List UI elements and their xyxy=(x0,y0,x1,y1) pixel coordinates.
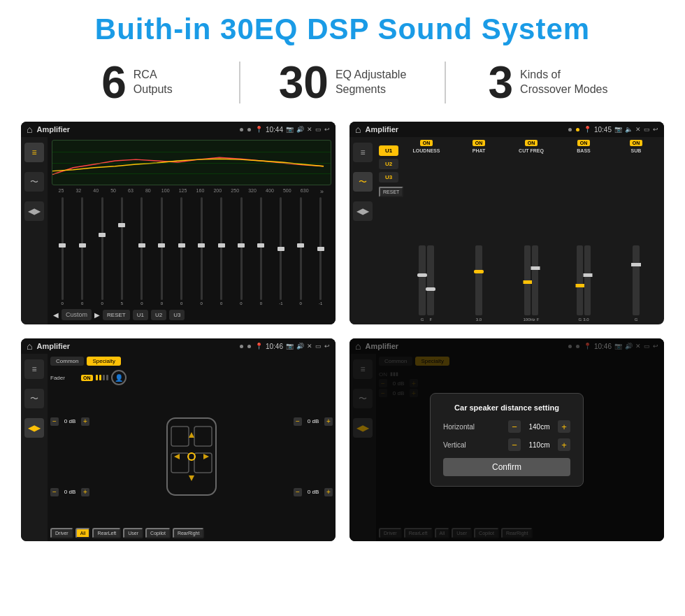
dialog-screen-content: ≡ 〜 ◀▶ Common Specialty ON▮▮▮ −0 dB+ xyxy=(349,354,664,541)
x-icon-fader: ✕ xyxy=(307,343,312,350)
prev-arrow[interactable]: ◀ xyxy=(53,311,59,319)
svg-rect-4 xyxy=(194,453,212,473)
tab-common[interactable]: Common xyxy=(50,357,84,366)
amp-side-btn-1[interactable]: ≡ xyxy=(353,143,373,162)
camera-icon: 📷 xyxy=(286,126,294,133)
fader-bar-2 xyxy=(99,375,101,380)
amp-side-btn-2[interactable]: 〜 xyxy=(353,172,373,192)
custom-label[interactable]: Custom xyxy=(62,309,92,320)
freq-630: 630 xyxy=(296,188,312,195)
eq-time: 10:44 xyxy=(266,126,283,134)
eq-slider-8[interactable]: 0 xyxy=(212,197,230,306)
stat-divider-1 xyxy=(239,62,240,103)
eq-slider-3[interactable]: 5 xyxy=(113,197,131,306)
u1-btn[interactable]: U1 xyxy=(133,310,148,320)
person-icon: 👤 xyxy=(111,370,127,385)
btn-user[interactable]: User xyxy=(123,528,143,538)
u2-btn[interactable]: U2 xyxy=(151,310,166,320)
back-icon-fader[interactable]: ↩ xyxy=(324,343,330,350)
spk-br-plus[interactable]: + xyxy=(324,488,333,496)
amp-channels: ON LOUDNESS G F xyxy=(401,140,661,322)
home-icon[interactable]: ⌂ xyxy=(27,124,32,135)
fader-bar-3 xyxy=(103,375,105,380)
eq-slider-12[interactable]: 0 xyxy=(291,197,310,306)
pin-icon: 📍 xyxy=(255,126,263,133)
horizontal-plus[interactable]: + xyxy=(558,420,570,433)
eq-slider-6[interactable]: 0 xyxy=(173,197,191,306)
amp-reset[interactable]: RESET xyxy=(379,187,403,197)
fader-time: 10:46 xyxy=(266,343,283,350)
preset-u3[interactable]: U3 xyxy=(379,172,398,182)
vertical-label: Vertical xyxy=(443,441,466,449)
btn-rearright[interactable]: RearRight xyxy=(173,528,205,538)
eq-side-controls: ≡ 〜 ◀▶ xyxy=(21,137,48,324)
eq-slider-9[interactable]: 0 xyxy=(232,197,250,306)
dialog-fader-main: Common Specialty ON▮▮▮ −0 dB+ −0 dB+ xyxy=(376,354,664,541)
eq-slider-1[interactable]: 0 xyxy=(73,197,91,306)
spk-tl-plus[interactable]: + xyxy=(81,417,89,426)
freq-200: 200 xyxy=(210,188,226,195)
spk-bl-minus[interactable]: − xyxy=(50,488,59,496)
vertical-control: − 110cm + xyxy=(508,438,570,451)
status-bar-eq: ⌂ Amplifier 📍 10:44 📷 🔊 ✕ ▭ ↩ xyxy=(21,122,336,137)
stat-number-rca: 6 xyxy=(101,60,127,105)
confirm-button[interactable]: Confirm xyxy=(443,458,570,476)
home-icon-amp[interactable]: ⌂ xyxy=(355,124,361,135)
reset-btn[interactable]: RESET xyxy=(103,310,130,320)
preset-u1[interactable]: U1 xyxy=(379,145,398,156)
phat-on[interactable]: ON xyxy=(473,140,486,146)
eq-side-btn-2[interactable]: 〜 xyxy=(24,172,44,192)
eq-side-btn-3[interactable]: ◀▶ xyxy=(24,201,44,221)
horizontal-minus[interactable]: − xyxy=(508,420,521,433)
fader-side-btn-2[interactable]: 〜 xyxy=(24,389,44,408)
fader-side-btn-3[interactable]: ◀▶ xyxy=(24,418,44,438)
freq-160: 160 xyxy=(192,188,208,195)
eq-slider-4[interactable]: 0 xyxy=(133,197,151,306)
amp-side-controls: ≡ 〜 ◀▶ xyxy=(349,137,376,324)
back-icon[interactable]: ↩ xyxy=(324,126,330,133)
tab-specialty[interactable]: Specialty xyxy=(87,357,120,366)
eq-side-btn-1[interactable]: ≡ xyxy=(24,143,44,162)
eq-slider-7[interactable]: 0 xyxy=(192,197,210,306)
cutfreq-on[interactable]: ON xyxy=(525,140,538,146)
fader-on-badge[interactable]: ON xyxy=(81,375,93,381)
preset-u2[interactable]: U2 xyxy=(379,159,398,169)
freq-32: 32 xyxy=(71,188,87,195)
spk-tl-minus[interactable]: − xyxy=(50,417,59,426)
eq-slider-0[interactable]: 0 xyxy=(53,197,71,306)
eq-slider-5[interactable]: 0 xyxy=(152,197,171,306)
btn-rearleft[interactable]: RearLeft xyxy=(92,528,121,538)
eq-slider-13[interactable]: -1 xyxy=(311,197,329,306)
freq-400: 400 xyxy=(262,188,278,195)
eq-slider-2[interactable]: 0 xyxy=(93,197,111,306)
vertical-plus[interactable]: + xyxy=(558,438,570,451)
battery-icon: ▭ xyxy=(315,126,322,133)
amp-side-btn-3[interactable]: ◀▶ xyxy=(353,201,373,221)
back-icon-amp[interactable]: ↩ xyxy=(653,126,658,133)
sub-on[interactable]: ON xyxy=(630,140,643,146)
fader-side-btn-1[interactable]: ≡ xyxy=(24,359,44,379)
spk-bl-plus[interactable]: + xyxy=(81,488,89,496)
stat-desc-rca-1: RCA xyxy=(134,68,173,83)
bass-on[interactable]: ON xyxy=(577,140,591,146)
spk-tr-minus[interactable]: − xyxy=(294,417,302,426)
btn-copilot[interactable]: Copilot xyxy=(145,528,171,538)
u3-btn[interactable]: U3 xyxy=(169,310,185,320)
eq-main: 25 32 40 50 63 80 100 125 160 200 250 32… xyxy=(48,137,336,324)
eq-slider-11[interactable]: -1 xyxy=(272,197,290,306)
eq-slider-10[interactable]: 0 xyxy=(252,197,270,306)
btn-driver[interactable]: Driver xyxy=(50,528,73,538)
spk-br-minus[interactable]: − xyxy=(294,488,302,496)
next-arrow[interactable]: ▶ xyxy=(94,311,100,319)
grid-h-2 xyxy=(52,163,331,164)
btn-all[interactable]: All xyxy=(75,528,91,538)
more-icon[interactable]: » xyxy=(314,188,330,195)
loudness-on[interactable]: ON xyxy=(420,140,433,146)
freq-250: 250 xyxy=(227,188,243,195)
freq-25: 25 xyxy=(53,188,69,195)
horizontal-label: Horizontal xyxy=(443,423,475,431)
spk-tr-plus[interactable]: + xyxy=(324,417,333,426)
vertical-minus[interactable]: − xyxy=(508,438,521,451)
fader-sliders xyxy=(96,375,108,380)
home-icon-fader[interactable]: ⌂ xyxy=(27,341,32,352)
